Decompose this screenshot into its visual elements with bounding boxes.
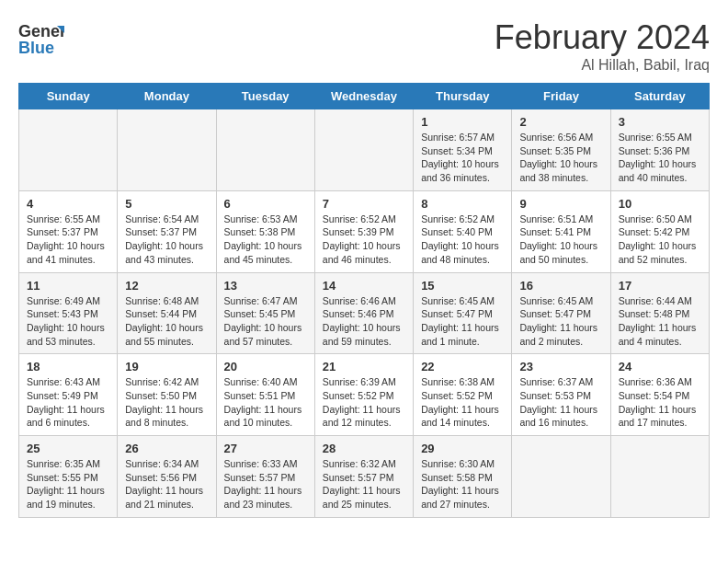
day-info: Sunrise: 6:35 AM Sunset: 5:55 PM Dayligh… <box>27 457 109 511</box>
day-number: 20 <box>224 360 307 373</box>
calendar-row-1: 4Sunrise: 6:55 AM Sunset: 5:37 PM Daylig… <box>19 190 710 272</box>
calendar-body: 1Sunrise: 6:57 AM Sunset: 5:34 PM Daylig… <box>19 109 710 518</box>
day-info: Sunrise: 6:44 AM Sunset: 5:48 PM Dayligh… <box>619 294 701 349</box>
calendar-cell: 12Sunrise: 6:48 AM Sunset: 5:44 PM Dayli… <box>118 272 216 354</box>
day-info: Sunrise: 6:42 AM Sunset: 5:50 PM Dayligh… <box>125 375 208 430</box>
calendar-cell: 7Sunrise: 6:52 AM Sunset: 5:39 PM Daylig… <box>314 190 413 272</box>
calendar-cell: 16Sunrise: 6:45 AM Sunset: 5:47 PM Dayli… <box>512 272 610 354</box>
day-number: 9 <box>519 197 602 211</box>
svg-text:General: General <box>18 22 64 40</box>
calendar-row-4: 25Sunrise: 6:35 AM Sunset: 5:55 PM Dayli… <box>19 436 710 518</box>
calendar-cell: 20Sunrise: 6:40 AM Sunset: 5:51 PM Dayli… <box>216 354 314 436</box>
calendar-cell: 27Sunrise: 6:33 AM Sunset: 5:57 PM Dayli… <box>216 436 314 518</box>
day-info: Sunrise: 6:53 AM Sunset: 5:38 PM Dayligh… <box>224 213 307 267</box>
day-number: 10 <box>619 197 701 211</box>
day-info: Sunrise: 6:34 AM Sunset: 5:56 PM Dayligh… <box>125 457 208 511</box>
day-number: 27 <box>224 442 307 455</box>
calendar-cell: 24Sunrise: 6:36 AM Sunset: 5:54 PM Dayli… <box>610 354 709 436</box>
svg-text:Blue: Blue <box>18 39 54 57</box>
calendar-cell <box>216 109 314 191</box>
day-number: 8 <box>421 197 504 211</box>
day-info: Sunrise: 6:39 AM Sunset: 5:52 PM Dayligh… <box>323 375 405 430</box>
header-saturday: Saturday <box>610 84 709 109</box>
calendar-cell <box>19 109 118 191</box>
title-area: February 2024 Al Hillah, Babil, Iraq <box>495 18 710 74</box>
day-number: 25 <box>27 442 109 455</box>
calendar-cell <box>610 436 709 518</box>
calendar-cell <box>512 436 610 518</box>
day-info: Sunrise: 6:52 AM Sunset: 5:39 PM Dayligh… <box>323 213 405 267</box>
day-info: Sunrise: 6:48 AM Sunset: 5:44 PM Dayligh… <box>125 294 208 349</box>
day-info: Sunrise: 6:37 AM Sunset: 5:53 PM Dayligh… <box>519 375 602 430</box>
calendar-cell: 11Sunrise: 6:49 AM Sunset: 5:43 PM Dayli… <box>19 272 118 354</box>
day-info: Sunrise: 6:57 AM Sunset: 5:34 PM Dayligh… <box>421 131 504 185</box>
calendar-cell: 23Sunrise: 6:37 AM Sunset: 5:53 PM Dayli… <box>512 354 610 436</box>
calendar-cell: 17Sunrise: 6:44 AM Sunset: 5:48 PM Dayli… <box>610 272 709 354</box>
day-number: 12 <box>125 279 208 293</box>
header-sunday: Sunday <box>19 84 118 109</box>
calendar-cell <box>314 109 413 191</box>
day-info: Sunrise: 6:40 AM Sunset: 5:51 PM Dayligh… <box>224 375 307 430</box>
calendar-cell: 3Sunrise: 6:55 AM Sunset: 5:36 PM Daylig… <box>610 109 709 191</box>
calendar-table: Sunday Monday Tuesday Wednesday Thursday… <box>18 83 710 518</box>
calendar-header: Sunday Monday Tuesday Wednesday Thursday… <box>19 84 710 109</box>
day-info: Sunrise: 6:36 AM Sunset: 5:54 PM Dayligh… <box>619 375 701 430</box>
calendar-cell: 18Sunrise: 6:43 AM Sunset: 5:49 PM Dayli… <box>19 354 118 436</box>
day-info: Sunrise: 6:32 AM Sunset: 5:57 PM Dayligh… <box>323 457 405 511</box>
day-info: Sunrise: 6:30 AM Sunset: 5:58 PM Dayligh… <box>421 457 504 511</box>
calendar-cell: 15Sunrise: 6:45 AM Sunset: 5:47 PM Dayli… <box>414 272 512 354</box>
day-info: Sunrise: 6:56 AM Sunset: 5:35 PM Dayligh… <box>519 131 602 185</box>
header-tuesday: Tuesday <box>216 84 314 109</box>
calendar-cell: 25Sunrise: 6:35 AM Sunset: 5:55 PM Dayli… <box>19 436 118 518</box>
day-number: 11 <box>27 279 109 293</box>
calendar-row-0: 1Sunrise: 6:57 AM Sunset: 5:34 PM Daylig… <box>19 109 710 191</box>
calendar-cell: 22Sunrise: 6:38 AM Sunset: 5:52 PM Dayli… <box>414 354 512 436</box>
calendar-cell: 26Sunrise: 6:34 AM Sunset: 5:56 PM Dayli… <box>118 436 216 518</box>
calendar-row-2: 11Sunrise: 6:49 AM Sunset: 5:43 PM Dayli… <box>19 272 710 354</box>
calendar-cell: 19Sunrise: 6:42 AM Sunset: 5:50 PM Dayli… <box>118 354 216 436</box>
day-number: 4 <box>27 197 109 211</box>
header-thursday: Thursday <box>414 84 512 109</box>
calendar-cell: 4Sunrise: 6:55 AM Sunset: 5:37 PM Daylig… <box>19 190 118 272</box>
calendar-cell: 8Sunrise: 6:52 AM Sunset: 5:40 PM Daylig… <box>414 190 512 272</box>
day-info: Sunrise: 6:45 AM Sunset: 5:47 PM Dayligh… <box>421 294 504 349</box>
day-info: Sunrise: 6:51 AM Sunset: 5:41 PM Dayligh… <box>519 213 602 267</box>
day-info: Sunrise: 6:43 AM Sunset: 5:49 PM Dayligh… <box>27 375 109 430</box>
calendar-cell: 6Sunrise: 6:53 AM Sunset: 5:38 PM Daylig… <box>216 190 314 272</box>
day-info: Sunrise: 6:46 AM Sunset: 5:46 PM Dayligh… <box>323 294 405 349</box>
calendar-cell: 1Sunrise: 6:57 AM Sunset: 5:34 PM Daylig… <box>414 109 512 191</box>
day-number: 29 <box>421 442 504 455</box>
calendar-row-3: 18Sunrise: 6:43 AM Sunset: 5:49 PM Dayli… <box>19 354 710 436</box>
day-info: Sunrise: 6:38 AM Sunset: 5:52 PM Dayligh… <box>421 375 504 430</box>
day-number: 7 <box>323 197 405 211</box>
day-info: Sunrise: 6:45 AM Sunset: 5:47 PM Dayligh… <box>519 294 602 349</box>
calendar-cell: 10Sunrise: 6:50 AM Sunset: 5:42 PM Dayli… <box>610 190 709 272</box>
day-number: 19 <box>125 360 208 373</box>
logo: General Blue <box>18 18 68 60</box>
header-row: Sunday Monday Tuesday Wednesday Thursday… <box>19 84 710 109</box>
day-number: 6 <box>224 197 307 211</box>
calendar-cell: 13Sunrise: 6:47 AM Sunset: 5:45 PM Dayli… <box>216 272 314 354</box>
location: Al Hillah, Babil, Iraq <box>495 57 710 74</box>
calendar-cell: 9Sunrise: 6:51 AM Sunset: 5:41 PM Daylig… <box>512 190 610 272</box>
day-info: Sunrise: 6:47 AM Sunset: 5:45 PM Dayligh… <box>224 294 307 349</box>
day-info: Sunrise: 6:49 AM Sunset: 5:43 PM Dayligh… <box>27 294 109 349</box>
day-number: 26 <box>125 442 208 455</box>
calendar-cell: 2Sunrise: 6:56 AM Sunset: 5:35 PM Daylig… <box>512 109 610 191</box>
day-number: 24 <box>619 360 701 373</box>
day-info: Sunrise: 6:55 AM Sunset: 5:37 PM Dayligh… <box>27 213 109 267</box>
day-number: 28 <box>323 442 405 455</box>
day-number: 14 <box>323 279 405 293</box>
day-number: 16 <box>519 279 602 293</box>
header-friday: Friday <box>512 84 610 109</box>
day-info: Sunrise: 6:52 AM Sunset: 5:40 PM Dayligh… <box>421 213 504 267</box>
day-number: 2 <box>519 115 602 129</box>
day-info: Sunrise: 6:55 AM Sunset: 5:36 PM Dayligh… <box>619 131 701 185</box>
day-number: 15 <box>421 279 504 293</box>
month-title: February 2024 <box>495 18 710 57</box>
calendar-cell: 28Sunrise: 6:32 AM Sunset: 5:57 PM Dayli… <box>314 436 413 518</box>
calendar-cell: 5Sunrise: 6:54 AM Sunset: 5:37 PM Daylig… <box>118 190 216 272</box>
day-number: 21 <box>323 360 405 373</box>
calendar-cell <box>118 109 216 191</box>
day-number: 13 <box>224 279 307 293</box>
